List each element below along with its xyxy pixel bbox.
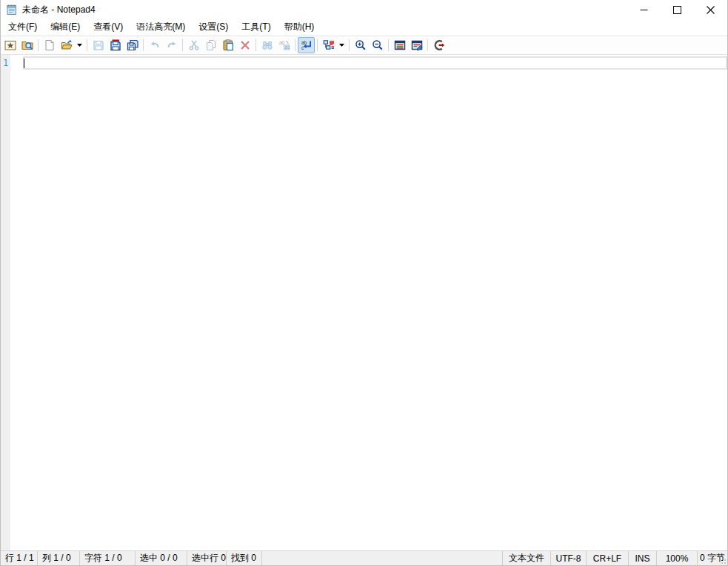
status-found[interactable]: 找到 0 (227, 551, 262, 565)
status-spacer (262, 551, 503, 565)
view-schemes-button[interactable] (391, 37, 408, 53)
menu-view[interactable]: 查看(V) (87, 19, 130, 36)
favorites-button[interactable] (1, 37, 19, 53)
save-button[interactable] (90, 37, 107, 53)
word-wrap-icon: ab c (301, 39, 313, 51)
toolbar-separator (87, 39, 87, 51)
copy-button[interactable] (202, 37, 219, 53)
toolbar-separator (427, 39, 428, 51)
zoom-out-icon (372, 39, 384, 51)
zoom-in-icon (355, 39, 367, 51)
cut-icon (188, 39, 200, 51)
svg-text:ab: ab (279, 40, 285, 45)
toolbar-separator (182, 39, 183, 51)
close-button[interactable] (694, 0, 727, 19)
status-zoom[interactable]: 100% (657, 551, 698, 565)
status-encoding[interactable]: UTF-8 (551, 551, 587, 565)
app-icon (6, 4, 18, 16)
delete-icon (239, 39, 251, 51)
statusbar: 行 1 / 1 列 1 / 0 字符 1 / 0 选中 0 / 0 选中行 0 … (1, 550, 727, 565)
undo-button[interactable] (146, 37, 163, 53)
browse-folder-icon (21, 39, 33, 51)
paste-button[interactable] (219, 37, 236, 53)
svg-text:ac: ac (284, 44, 290, 50)
replace-icon: ab ac (278, 39, 290, 51)
select-scheme-button[interactable] (320, 37, 337, 53)
save-as-button[interactable] (107, 37, 124, 53)
save-as-icon (110, 39, 121, 51)
titlebar: 未命名 - Notepad4 (1, 0, 727, 19)
open-folder-icon (61, 39, 73, 51)
status-column[interactable]: 列 1 / 0 (38, 551, 80, 565)
zoom-out-button[interactable] (369, 37, 386, 53)
menu-settings[interactable]: 设置(S) (192, 19, 235, 36)
redo-button[interactable] (163, 37, 180, 53)
line-number: 1 (1, 58, 10, 68)
undo-icon (149, 39, 161, 51)
status-doc-type[interactable]: 文本文件 (503, 551, 551, 565)
select-scheme-icon (323, 39, 335, 51)
minimize-icon (640, 6, 648, 14)
toolbar-separator (38, 39, 39, 51)
cut-button[interactable] (185, 37, 202, 53)
favorites-icon (4, 39, 16, 51)
save-icon (93, 39, 104, 51)
toolbar-separator (256, 39, 256, 51)
text-caret (24, 59, 24, 68)
new-file-button[interactable] (41, 37, 58, 53)
current-line-frame (23, 56, 727, 70)
status-ins-mode[interactable]: INS (629, 551, 657, 565)
dropdown-arrow-icon (77, 44, 82, 47)
toolbar-separator (143, 39, 144, 51)
window-title: 未命名 - Notepad4 (22, 4, 96, 16)
paste-icon (222, 39, 234, 51)
view-schemes-icon (394, 39, 406, 51)
menu-tools[interactable]: 工具(T) (235, 19, 277, 36)
close-icon (707, 6, 715, 14)
delete-button[interactable] (236, 37, 253, 53)
customize-schemes-button[interactable] (408, 37, 425, 53)
minimize-button[interactable] (627, 0, 661, 19)
replace-button[interactable]: ab ac (275, 37, 293, 53)
menubar: 文件(F) 编辑(E) 查看(V) 语法高亮(M) 设置(S) 工具(T) 帮助… (1, 19, 727, 36)
menu-edit[interactable]: 编辑(E) (44, 19, 87, 36)
menu-scheme[interactable]: 语法高亮(M) (130, 19, 192, 36)
exit-icon (433, 39, 445, 51)
open-file-button[interactable] (58, 37, 75, 53)
status-eol-mode[interactable]: CR+LF (587, 551, 629, 565)
browse-file-button[interactable] (19, 37, 36, 53)
menu-file[interactable]: 文件(F) (1, 19, 44, 36)
maximize-button[interactable] (661, 0, 694, 19)
select-scheme-dropdown[interactable] (337, 37, 347, 53)
status-character[interactable]: 字符 1 / 0 (80, 551, 136, 565)
exit-button[interactable] (430, 37, 447, 53)
status-selection[interactable]: 选中 0 / 0 (136, 551, 187, 565)
dropdown-arrow-icon (339, 44, 344, 47)
maximize-icon (673, 6, 681, 14)
copy-icon (205, 39, 217, 51)
toolbar-separator (295, 39, 295, 51)
resize-grip[interactable] (718, 556, 726, 564)
editor-area[interactable]: 1 (1, 55, 727, 550)
toolbar-separator (349, 39, 350, 51)
redo-icon (166, 39, 178, 51)
toolbar-separator (317, 39, 318, 51)
word-wrap-button[interactable]: ab c (298, 37, 315, 53)
status-line[interactable]: 行 1 / 1 (1, 551, 38, 565)
status-sel-lines[interactable]: 选中行 0 (187, 551, 227, 565)
toolbar-separator (388, 39, 389, 51)
find-icon (261, 39, 273, 51)
save-copy-button[interactable] (124, 37, 141, 53)
new-file-icon (44, 39, 56, 51)
menu-help[interactable]: 帮助(H) (278, 19, 321, 36)
save-copy-icon (127, 39, 138, 51)
zoom-in-button[interactable] (352, 37, 369, 53)
toolbar: ab ac ab c (1, 36, 727, 55)
line-number-margin[interactable] (1, 55, 10, 550)
customize-schemes-icon (411, 39, 423, 51)
open-file-dropdown[interactable] (75, 37, 84, 53)
find-button[interactable] (258, 37, 275, 53)
